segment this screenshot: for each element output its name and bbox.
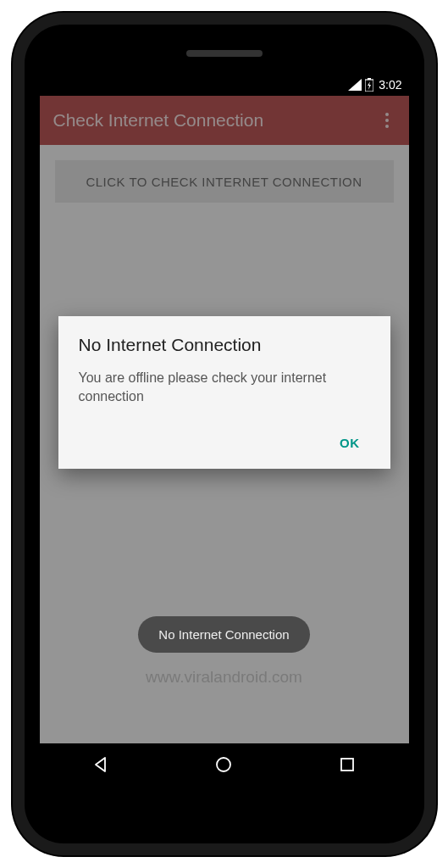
status-bar: 3:02 (40, 74, 409, 96)
phone-bezel: 3:02 Check Internet Connection CLICK TO … (25, 25, 424, 843)
svg-rect-1 (368, 78, 371, 80)
battery-charging-icon (365, 78, 373, 92)
phone-frame: 3:02 Check Internet Connection CLICK TO … (13, 13, 436, 855)
status-clock: 3:02 (379, 78, 401, 92)
nav-back-button[interactable] (75, 755, 126, 774)
watermark-text: www.viralandroid.com (146, 668, 302, 687)
navigation-bar (40, 743, 409, 786)
toast: No Internet Connection (138, 616, 309, 653)
dialog-title: No Internet Connection (79, 335, 370, 355)
nav-home-button[interactable] (198, 755, 249, 774)
dialog-actions: OK (79, 427, 370, 459)
dialog-message: You are offline please check your intern… (79, 369, 370, 407)
speaker-grille (186, 50, 263, 57)
dialog-scrim[interactable]: No Internet Connection You are offline p… (40, 96, 409, 743)
screen: 3:02 Check Internet Connection CLICK TO … (40, 74, 409, 786)
alert-dialog: No Internet Connection You are offline p… (58, 316, 390, 469)
signal-icon (348, 79, 362, 91)
nav-recents-button[interactable] (322, 756, 373, 773)
svg-rect-3 (341, 759, 353, 771)
dialog-ok-button[interactable]: OK (329, 427, 370, 459)
svg-point-2 (217, 758, 230, 771)
